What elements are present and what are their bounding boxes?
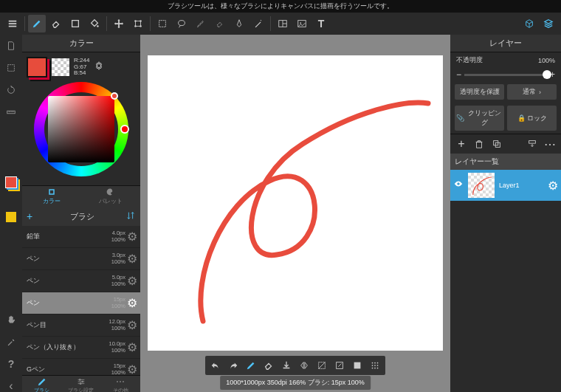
lock-button[interactable]: 🔒ロック	[507, 106, 557, 131]
svg-rect-23	[354, 362, 361, 369]
brush-item[interactable]: 鉛筆4.0px100%⚙	[22, 226, 140, 248]
brush-tab[interactable]: ブラシ	[22, 376, 61, 392]
canvas[interactable]	[148, 55, 443, 351]
text-tool-icon[interactable]: T	[312, 15, 330, 32]
add-brush-icon[interactable]: +	[27, 210, 38, 222]
layer-row[interactable]: Layer1 ⚙	[450, 170, 561, 201]
svg-rect-16	[49, 190, 54, 194]
layer-panel: レイヤー 不透明度 100% − + 透明度を保護 通常 📎クリッピング 🔒ロッ…	[450, 35, 561, 392]
gear-icon[interactable]: ⚙	[127, 340, 136, 354]
svg-rect-7	[159, 21, 166, 27]
select-brush-icon[interactable]	[192, 15, 210, 32]
menu-icon[interactable]	[4, 15, 21, 32]
brush-item[interactable]: ペン3.0px100%⚙	[22, 248, 140, 270]
help-icon[interactable]: ?	[3, 356, 19, 372]
flip-horizontal-icon[interactable]	[298, 360, 310, 371]
brush-item[interactable]: Gペン15px100%⚙	[22, 359, 140, 375]
undo-icon[interactable]	[210, 360, 221, 371]
brush-item[interactable]: ペン5.0px100%⚙	[22, 270, 140, 292]
color-tab[interactable]: カラー	[22, 186, 81, 207]
gear-icon[interactable]: ⚙	[127, 362, 136, 375]
shape-tool-icon[interactable]	[66, 15, 84, 32]
grid-icon[interactable]	[369, 360, 381, 371]
brush-icon[interactable]	[245, 360, 257, 371]
move-tool-icon[interactable]	[110, 15, 128, 32]
left-toolstrip: ? ‹	[0, 35, 22, 392]
opacity-value: 100%	[538, 57, 555, 64]
color-picker[interactable]	[34, 82, 128, 176]
svg-point-4	[140, 20, 142, 22]
svg-point-25	[374, 362, 376, 364]
svg-point-26	[377, 362, 379, 364]
3d-icon[interactable]	[520, 15, 538, 32]
svg-point-30	[372, 368, 374, 369]
hand-tool-icon[interactable]	[3, 312, 19, 328]
redo-icon[interactable]	[227, 360, 239, 371]
color-settings-gear-icon[interactable]	[94, 61, 104, 74]
image-tool-icon[interactable]	[293, 15, 311, 32]
gear-icon[interactable]: ⚙	[127, 274, 136, 288]
transform-tool-icon[interactable]	[129, 15, 147, 32]
sort-brushes-icon[interactable]	[125, 210, 136, 222]
opacity-slider[interactable]: − +	[450, 68, 561, 81]
brush-item[interactable]: ペン（入り抜き）10.0px100%⚙	[22, 337, 140, 359]
brush-other-tab[interactable]: ⋯その他	[101, 376, 140, 392]
brush-tool-icon[interactable]	[28, 15, 46, 32]
svg-point-32	[377, 368, 379, 369]
svg-point-3	[134, 20, 137, 22]
layer-gear-icon[interactable]: ⚙	[548, 179, 558, 193]
merge-down-icon[interactable]	[526, 137, 539, 151]
frame-tool-icon[interactable]	[274, 15, 292, 32]
fullscreen-icon[interactable]	[351, 360, 363, 371]
list-icon[interactable]	[5, 194, 17, 206]
gear-icon[interactable]: ⚙	[127, 296, 136, 310]
svg-point-6	[140, 25, 142, 27]
save-icon[interactable]	[280, 360, 292, 371]
duplicate-layer-icon[interactable]	[490, 137, 503, 151]
brush-settings-tab[interactable]: ブラシ設定	[61, 376, 100, 392]
blend-mode-button[interactable]: 通常	[507, 84, 557, 100]
clipping-button[interactable]: 📎クリッピング	[455, 106, 504, 131]
svg-point-31	[374, 368, 376, 369]
eraser-tool-icon[interactable]	[47, 15, 65, 32]
ruler-icon[interactable]	[3, 104, 19, 120]
svg-line-21	[319, 362, 326, 369]
more-icon[interactable]: ⋯	[543, 137, 557, 151]
wand-tool-icon[interactable]	[249, 15, 267, 32]
svg-point-1	[97, 25, 99, 27]
select-eraser-icon[interactable]	[211, 15, 229, 32]
left-panel: カラー R:244G:67B:54 カラー パレット + ブラシ	[22, 35, 140, 392]
color-swatches-icon[interactable]	[5, 176, 17, 188]
floating-toolbar	[205, 356, 385, 375]
protect-alpha-button[interactable]: 透明度を保護	[455, 84, 504, 100]
eyedropper-icon[interactable]	[3, 334, 19, 350]
gear-icon[interactable]: ⚙	[127, 230, 136, 244]
eraser-icon[interactable]	[263, 360, 275, 371]
rotate-icon[interactable]	[3, 82, 19, 98]
add-layer-icon[interactable]: +	[455, 137, 468, 151]
delete-layer-icon[interactable]	[472, 137, 486, 151]
palette-tab[interactable]: パレット	[81, 186, 140, 207]
foreground-swatch[interactable]	[27, 57, 47, 78]
minus-icon[interactable]: −	[456, 69, 461, 80]
marquee-tool-icon[interactable]	[154, 15, 171, 32]
fill-tool-icon[interactable]	[86, 15, 103, 32]
document-icon[interactable]	[3, 38, 19, 54]
brush-item-selected[interactable]: ペン15px100%⚙	[22, 292, 140, 314]
lasso-tool-icon[interactable]	[173, 15, 190, 32]
select-pen-icon[interactable]	[230, 15, 248, 32]
brush-item[interactable]: ペン目12.0px100%⚙	[22, 314, 140, 337]
svg-point-13	[300, 22, 301, 24]
visibility-icon[interactable]	[453, 179, 464, 192]
gear-icon[interactable]: ⚙	[127, 318, 136, 332]
gear-icon[interactable]: ⚙	[127, 252, 136, 266]
select-all-icon[interactable]	[3, 60, 19, 76]
background-swatch[interactable]	[52, 58, 69, 76]
layers-icon[interactable]	[540, 15, 557, 32]
svg-point-5	[134, 25, 137, 27]
chevron-left-icon[interactable]: ‹	[3, 378, 19, 392]
swatch-icon[interactable]	[6, 212, 16, 222]
svg-point-24	[372, 362, 374, 364]
deselect-icon[interactable]	[316, 360, 328, 371]
edit-icon[interactable]	[334, 360, 345, 371]
